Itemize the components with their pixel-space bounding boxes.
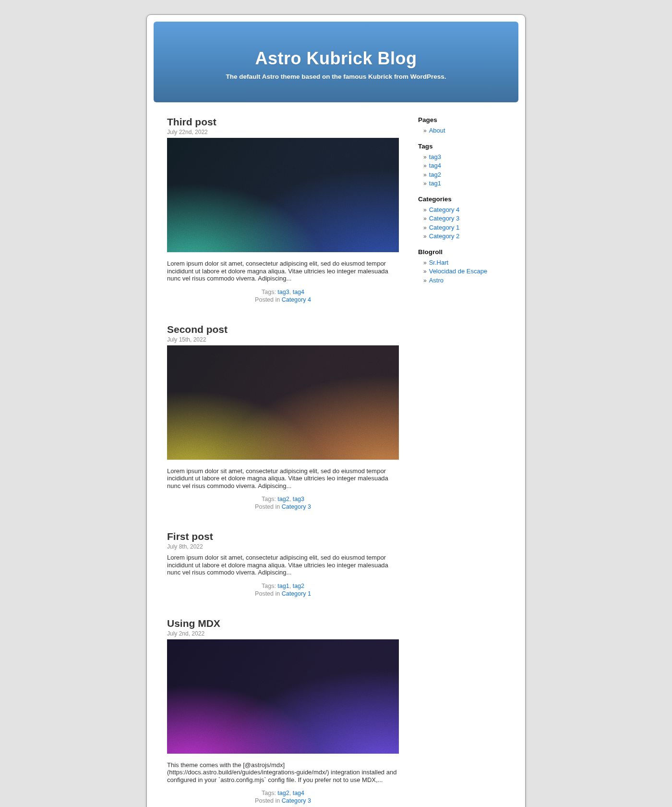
sidebar-item-about: »About <box>423 127 516 135</box>
post-featured-image <box>167 639 399 754</box>
post-category-line: Posted in Category 3 <box>167 503 399 511</box>
posted-in-label: Posted in <box>255 503 280 510</box>
post-category-line: Posted in Category 4 <box>167 296 399 304</box>
sidebar-link-category-4[interactable]: Category 4 <box>429 206 460 213</box>
sidebar-link-category-3[interactable]: Category 3 <box>429 215 460 222</box>
post-second-post: Second post July 15th, 2022 Lorem ipsum … <box>167 324 399 511</box>
post-title-link[interactable]: First post <box>167 531 399 542</box>
sidebar-section-tags: Tags »tag3 »tag4 »tag2 »tag1 <box>418 143 516 188</box>
post-tags-line: Tags: tag2, tag4 <box>167 789 399 797</box>
tag-link-tag2[interactable]: tag2 <box>277 496 289 502</box>
sidebar-link-tag2[interactable]: tag2 <box>429 171 441 178</box>
list-bullet: » <box>423 171 427 178</box>
sidebar-link-velocidad-de-escape[interactable]: Velocidad de Escape <box>429 268 487 275</box>
sidebar-link-tag4[interactable]: tag4 <box>429 162 441 169</box>
post-featured-image <box>167 345 399 460</box>
post-first-post: First post July 8th, 2022 Lorem ipsum do… <box>167 531 399 598</box>
list-bullet: » <box>423 224 427 231</box>
tags-label: Tags: <box>262 496 276 502</box>
comma: , <box>289 289 291 295</box>
site-title[interactable]: Astro Kubrick Blog <box>154 49 518 69</box>
post-excerpt: This theme comes with the [@astrojs/mdx]… <box>167 761 399 784</box>
list-bullet: » <box>423 215 427 222</box>
sidebar-link-category-2[interactable]: Category 2 <box>429 232 460 240</box>
sidebar-heading: Blogroll <box>418 248 516 256</box>
list-bullet: » <box>423 180 427 187</box>
post-meta: Tags: tag1, tag2 Posted in Category 1 <box>167 582 399 598</box>
content-area: Third post July 22nd, 2022 Lorem ipsum d… <box>147 109 525 807</box>
sidebar-item-tag3: »tag3 <box>423 153 516 161</box>
post-meta: Tags: tag2, tag3 Posted in Category 3 <box>167 495 399 511</box>
tag-link-tag3[interactable]: tag3 <box>293 496 304 502</box>
post-meta: Tags: tag2, tag4 Posted in Category 3 <box>167 789 399 805</box>
tags-label: Tags: <box>262 790 276 796</box>
post-title-link[interactable]: Using MDX <box>167 618 399 629</box>
sidebar-heading: Pages <box>418 116 516 124</box>
noise-texture <box>167 138 399 252</box>
list-bullet: » <box>423 207 427 213</box>
tag-link-tag2[interactable]: tag2 <box>293 583 304 589</box>
sidebar-item-velocidad-de-escape: »Velocidad de Escape <box>423 268 516 276</box>
sidebar-item-tag2: »tag2 <box>423 171 516 179</box>
tag-link-tag1[interactable]: tag1 <box>277 583 289 589</box>
post-excerpt: Lorem ipsum dolor sit amet, consectetur … <box>167 260 399 282</box>
sidebar-item-astro: »Astro <box>423 277 516 285</box>
comma: , <box>289 496 291 502</box>
tags-label: Tags: <box>262 583 276 589</box>
post-category-line: Posted in Category 1 <box>167 590 399 598</box>
post-date: July 15th, 2022 <box>167 336 399 343</box>
post-excerpt: Lorem ipsum dolor sit amet, consectetur … <box>167 554 399 576</box>
sidebar-item-category-3: »Category 3 <box>423 215 516 223</box>
tag-link-tag3[interactable]: tag3 <box>277 289 289 295</box>
sidebar-heading: Tags <box>418 143 516 150</box>
list-bullet: » <box>423 162 427 169</box>
sidebar-section-blogroll: Blogroll »Sr.Hart »Velocidad de Escape »… <box>418 248 516 285</box>
posted-in-label: Posted in <box>255 296 280 303</box>
list-bullet: » <box>423 127 427 134</box>
sidebar-link-tag3[interactable]: tag3 <box>429 153 441 160</box>
category-link-category-4[interactable]: Category 4 <box>282 296 311 303</box>
sidebar-heading: Categories <box>418 196 516 203</box>
sidebar: Pages »About Tags »tag3 »tag4 »tag2 »tag… <box>418 116 516 807</box>
sidebar-item-tag4: »tag4 <box>423 162 516 170</box>
post-title-link[interactable]: Second post <box>167 324 399 335</box>
comma: , <box>289 583 291 589</box>
category-link-category-3[interactable]: Category 3 <box>282 797 311 804</box>
post-featured-image <box>167 138 399 252</box>
tags-label: Tags: <box>262 289 276 295</box>
sidebar-item-srhart: »Sr.Hart <box>423 259 516 267</box>
post-meta: Tags: tag3, tag4 Posted in Category 4 <box>167 288 399 304</box>
post-title-link[interactable]: Third post <box>167 116 399 128</box>
site-tagline: The default Astro theme based on the fam… <box>154 73 518 80</box>
sidebar-item-category-1: »Category 1 <box>423 224 516 232</box>
post-third-post: Third post July 22nd, 2022 Lorem ipsum d… <box>167 116 399 304</box>
sidebar-item-category-2: »Category 2 <box>423 232 516 241</box>
category-link-category-1[interactable]: Category 1 <box>282 590 311 597</box>
category-link-category-3[interactable]: Category 3 <box>282 503 311 510</box>
blog-card: Astro Kubrick Blog The default Astro the… <box>146 14 526 807</box>
noise-texture <box>167 639 399 754</box>
tag-link-tag4[interactable]: tag4 <box>293 790 304 796</box>
tag-link-tag4[interactable]: tag4 <box>293 289 304 295</box>
post-tags-line: Tags: tag3, tag4 <box>167 288 399 296</box>
post-date: July 22nd, 2022 <box>167 129 399 135</box>
sidebar-section-categories: Categories »Category 4 »Category 3 »Cate… <box>418 196 516 241</box>
post-date: July 8th, 2022 <box>167 543 399 550</box>
tag-link-tag2[interactable]: tag2 <box>277 790 289 796</box>
posts-column: Third post July 22nd, 2022 Lorem ipsum d… <box>167 116 399 807</box>
comma: , <box>289 790 291 796</box>
posted-in-label: Posted in <box>255 590 280 597</box>
sidebar-link-astro[interactable]: Astro <box>429 277 444 284</box>
list-bullet: » <box>423 259 427 266</box>
post-tags-line: Tags: tag1, tag2 <box>167 582 399 590</box>
sidebar-link-tag1[interactable]: tag1 <box>429 180 441 187</box>
sidebar-link-category-1[interactable]: Category 1 <box>429 224 460 231</box>
sidebar-link-srhart[interactable]: Sr.Hart <box>429 259 448 266</box>
list-bullet: » <box>423 277 427 284</box>
list-bullet: » <box>423 154 427 160</box>
post-excerpt: Lorem ipsum dolor sit amet, consectetur … <box>167 467 399 490</box>
list-bullet: » <box>423 268 427 275</box>
sidebar-link-about[interactable]: About <box>429 127 445 134</box>
post-using-mdx: Using MDX July 2nd, 2022 This theme come… <box>167 618 399 805</box>
sidebar-item-tag1: »tag1 <box>423 180 516 188</box>
